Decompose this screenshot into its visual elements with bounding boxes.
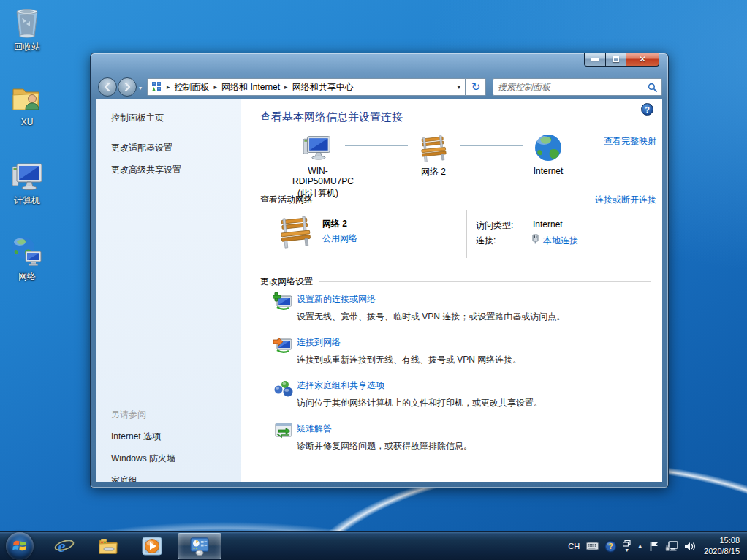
active-box-divider xyxy=(466,210,467,258)
crumb-separator: ▸ xyxy=(280,83,292,91)
map-node-network[interactable]: 网络 2 xyxy=(408,134,459,178)
troubleshoot-link[interactable]: 疑难解答 xyxy=(297,423,648,435)
sidebar-windows-firewall[interactable]: Windows 防火墙 xyxy=(111,453,175,465)
task-setup-new-connection: 设置新的连接或网络 设置无线、宽带、拨号、临时或 VPN 连接；或设置路由器或访… xyxy=(273,293,648,323)
control-panel-icon xyxy=(151,81,162,93)
language-bar-caret: ▼ xyxy=(624,548,629,553)
back-button[interactable] xyxy=(98,77,117,97)
address-dropdown-icon[interactable]: ▾ xyxy=(457,83,462,91)
refresh-icon: ↻ xyxy=(471,80,481,94)
homegroup-icon xyxy=(273,378,295,398)
windows-logo-icon xyxy=(11,537,29,555)
page-title: 查看基本网络信息并设置连接 xyxy=(260,110,403,124)
desktop-icon-computer[interactable]: 计算机 xyxy=(0,158,54,207)
header-rule xyxy=(319,200,589,200)
view-full-map-link[interactable]: 查看完整映射 xyxy=(604,135,656,148)
svg-text:?: ? xyxy=(609,542,613,550)
taskbar-clock[interactable]: 15:08 2020/8/15 xyxy=(704,535,740,557)
change-settings-header: 更改网络设置 xyxy=(260,276,656,288)
history-dropdown-icon[interactable]: ▾ xyxy=(139,85,142,91)
see-also-header: 另请参阅 xyxy=(111,409,175,421)
window-caption-buttons: ✕ xyxy=(584,53,659,67)
network-profile-link[interactable]: 公用网络 xyxy=(322,232,357,245)
homegroup-sharing-link[interactable]: 选择家庭组和共享选项 xyxy=(297,379,648,392)
desktop-icon-label: 网络 xyxy=(0,270,54,283)
active-network-name: 网络 2 xyxy=(322,218,347,230)
window-content: 控制面板主页 更改适配器设置 更改高级共享设置 另请参阅 Internet 选项… xyxy=(96,99,662,482)
setup-new-connection-link[interactable]: 设置新的连接或网络 xyxy=(297,293,648,306)
main-pane: ? 查看基本网络信息并设置连接 WIN-RDIP50MU7PC (此计算机) xyxy=(241,99,662,482)
maximize-button[interactable] xyxy=(606,53,626,67)
search-icon[interactable] xyxy=(648,83,657,92)
search-input[interactable]: 搜索控制面板 xyxy=(493,78,662,96)
new-connection-icon xyxy=(273,292,295,312)
ethernet-icon xyxy=(531,234,539,244)
sidebar-change-adapter-settings[interactable]: 更改适配器设置 xyxy=(111,142,241,154)
sidebar-homegroup[interactable]: 家庭组 xyxy=(111,474,175,482)
crumb-network-internet[interactable]: 网络和 Internet xyxy=(221,81,280,94)
connection-row: 连接: 本地连接 xyxy=(476,235,496,247)
close-button[interactable]: ✕ xyxy=(626,53,659,67)
header-rule xyxy=(319,281,651,282)
access-type-label: 访问类型: xyxy=(476,220,513,230)
clock-time: 15:08 xyxy=(704,535,740,546)
keyboard-layout-icon[interactable] xyxy=(586,542,599,550)
task-connect-to-network: 连接到网络 连接到或重新连接到无线、有线、拨号或 VPN 网络连接。 xyxy=(273,336,648,366)
clock-date: 2020/8/15 xyxy=(704,546,740,557)
taskbar-media-player[interactable] xyxy=(140,534,164,558)
control-panel-taskbar-icon xyxy=(189,536,210,556)
map-node-internet[interactable]: Internet xyxy=(523,132,574,176)
desktop-icon-label: 计算机 xyxy=(0,194,54,207)
desktop-icon-network[interactable]: 网络 xyxy=(0,234,54,283)
computer-icon xyxy=(10,158,45,193)
language-indicator[interactable]: CH xyxy=(568,542,580,550)
map-network-name: 网络 2 xyxy=(408,166,459,178)
action-center-flag-icon[interactable] xyxy=(649,541,659,552)
desktop-icon-xu-folder[interactable]: XU xyxy=(0,80,54,127)
forward-button[interactable] xyxy=(118,77,137,97)
sidebar-change-advanced-sharing[interactable]: 更改高级共享设置 xyxy=(111,164,241,176)
address-toolbar: ▾ ▸ 控制面板 ▸ 网络和 Internet ▸ 网络和共享中心 ▾ ↻ xyxy=(91,75,668,99)
map-node-computer[interactable]: WIN-RDIP50MU7PC (此计算机) xyxy=(292,134,344,200)
local-connection-link[interactable]: 本地连接 xyxy=(543,235,578,247)
map-computer-icon xyxy=(302,134,334,163)
sidebar-internet-options[interactable]: Internet 选项 xyxy=(111,431,175,443)
ime-help-icon[interactable]: ? xyxy=(604,540,617,553)
connect-disconnect-link[interactable]: 连接或断开连接 xyxy=(595,194,656,206)
network-globe-icon xyxy=(10,234,45,269)
active-networks-header: 查看活动网络 连接或断开连接 xyxy=(260,194,656,206)
troubleshoot-icon xyxy=(273,421,295,442)
access-type-row: 访问类型: Internet xyxy=(476,219,513,232)
start-button[interactable] xyxy=(6,532,34,560)
taskbar-active-window-button[interactable] xyxy=(178,533,221,559)
refresh-button[interactable]: ↻ xyxy=(466,78,486,96)
desktop-icon-label: 回收站 xyxy=(0,41,54,53)
user-folder-icon xyxy=(10,80,45,116)
volume-icon[interactable] xyxy=(684,541,697,552)
taskbar: e xyxy=(0,531,747,560)
desktop-icon-recycle-bin[interactable]: 回收站 xyxy=(0,4,54,53)
desktop-wallpaper: 回收站 XU 计算机 xyxy=(0,0,747,560)
network-status-icon[interactable] xyxy=(665,541,678,552)
taskbar-windows-explorer[interactable] xyxy=(96,534,120,558)
recycle-bin-icon xyxy=(10,4,45,39)
task-homegroup-sharing: 选择家庭组和共享选项 访问位于其他网络计算机上的文件和打印机，或更改共享设置。 xyxy=(273,379,648,409)
crumb-control-panel[interactable]: 控制面板 xyxy=(175,81,210,94)
sidebar-see-also-section: 另请参阅 Internet 选项 Windows 防火墙 家庭组 xyxy=(111,409,175,482)
sidebar: 控制面板主页 更改适配器设置 更改高级共享设置 另请参阅 Internet 选项… xyxy=(96,99,241,482)
taskbar-internet-explorer[interactable]: e xyxy=(53,534,76,558)
sidebar-control-panel-home[interactable]: 控制面板主页 xyxy=(111,112,241,124)
language-bar-restore-icon[interactable]: ▼ xyxy=(623,540,631,553)
forward-arrow-icon xyxy=(122,82,132,92)
map-internet-name: Internet xyxy=(523,166,574,176)
show-hidden-icons-button[interactable]: ▲ xyxy=(637,542,643,550)
crumb-network-sharing-center[interactable]: 网络和共享中心 xyxy=(292,81,354,94)
breadcrumb[interactable]: ▸ 控制面板 ▸ 网络和 Internet ▸ 网络和共享中心 ▾ xyxy=(147,78,466,96)
connect-network-icon xyxy=(273,335,295,355)
connect-to-network-link[interactable]: 连接到网络 xyxy=(297,336,648,349)
help-icon[interactable]: ? xyxy=(641,103,653,116)
internet-explorer-icon: e xyxy=(53,535,75,557)
change-settings-title: 更改网络设置 xyxy=(260,276,313,288)
minimize-button[interactable] xyxy=(584,53,606,67)
connect-to-network-desc: 连接到或重新连接到无线、有线、拨号或 VPN 网络连接。 xyxy=(297,354,648,366)
